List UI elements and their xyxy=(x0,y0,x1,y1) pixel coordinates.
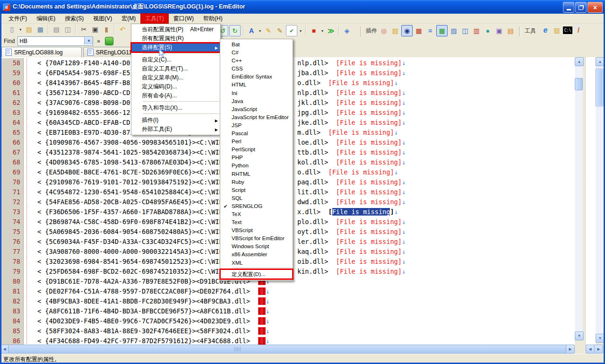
scroll-down-icon[interactable]: ▼ xyxy=(575,331,584,340)
plugin-toolbar-icon[interactable]: ◎ xyxy=(379,26,389,36)
find-input[interactable] xyxy=(18,37,85,45)
configuration-item[interactable]: JavaScript for EmEditor xyxy=(220,113,293,121)
mini-scroll-thumb[interactable] xyxy=(596,69,604,106)
toolbar-icon[interactable]: ✎ xyxy=(263,26,274,36)
tools-menu-item[interactable]: 自定义菜单(M)... xyxy=(131,73,220,82)
toolbar-icon[interactable]: ↻ xyxy=(229,25,241,36)
configuration-item[interactable]: Windows Script xyxy=(220,243,293,251)
configuration-item[interactable]: TeX xyxy=(220,210,293,218)
toolbar-icon[interactable]: ▣ xyxy=(90,24,100,35)
plugin-toolbar-icon[interactable]: ● xyxy=(483,26,493,36)
configuration-item[interactable]: Python xyxy=(220,162,293,170)
menubar-item[interactable]: 编辑(E) xyxy=(32,13,60,24)
highlight-tool-icon[interactable] xyxy=(105,37,113,45)
toolbar-grip[interactable] xyxy=(360,27,363,36)
combo-dropdown-icon[interactable]: ▼ xyxy=(84,37,93,44)
toolbar-icon[interactable]: A xyxy=(246,26,257,36)
editor-line[interactable]: 85< {58FF3024-8A83-4B1A-88E9-302F47646EE… xyxy=(0,326,575,336)
configuration-item[interactable]: SQL xyxy=(220,194,293,202)
toolbar-icon[interactable]: ▾ xyxy=(320,26,325,36)
configuration-item[interactable]: XML xyxy=(220,259,293,267)
toolbar-icon[interactable] xyxy=(75,25,76,34)
vertical-scrollbar[interactable]: ▲ ▼ xyxy=(575,57,583,340)
plugin-toolbar-icon[interactable]: ▣ xyxy=(494,26,504,36)
mini-pane-content[interactable] xyxy=(585,57,596,345)
menubar-item[interactable]: 帮助(H) xyxy=(199,13,227,24)
toolbar-icon[interactable]: ≫ xyxy=(326,26,336,36)
scroll-right-icon[interactable]: ▶ xyxy=(566,345,575,354)
toolbar-icon[interactable]: ✔ xyxy=(286,25,297,36)
tools-menu-item[interactable]: 外部工具(E)▶ xyxy=(131,125,220,134)
configuration-item[interactable]: VBScript for EmEditor xyxy=(220,234,293,243)
configuration-item[interactable]: Text xyxy=(220,218,293,226)
plugin-toolbar-icon[interactable]: ◫ xyxy=(460,26,470,36)
toolbar-overflow-chevron[interactable]: » xyxy=(97,38,100,44)
configuration-item[interactable]: ✔SRENGLOG xyxy=(220,202,293,210)
toolbar-icon[interactable]: ◈ xyxy=(342,26,352,36)
tools-menu-item[interactable]: 所有配置属性(R) xyxy=(131,34,220,43)
configuration-item[interactable]: RHTML xyxy=(220,170,293,178)
minimize-button[interactable] xyxy=(563,2,574,13)
tab-srenglog888[interactable]: SREngLOG888.log xyxy=(1,47,82,57)
toolbar-icon[interactable]: ◫ xyxy=(62,24,73,35)
menubar-item[interactable]: 宏(M) xyxy=(117,13,140,24)
configuration-item[interactable]: Java xyxy=(220,97,293,105)
toolbar-icon[interactable]: ▾ xyxy=(18,24,23,35)
editor-line[interactable]: 82< {4BF9CBA3-8DEE-41A1-8BDB-FC28D30E949… xyxy=(0,296,575,306)
configuration-item[interactable]: Bat xyxy=(220,41,293,49)
vertical-scroll-thumb[interactable] xyxy=(575,78,583,90)
configuration-item[interactable]: Script xyxy=(220,186,293,194)
editor-line[interactable]: 83< {A8FC611B-71F6-4B4D-BD3A-BFBCCDE96F5… xyxy=(0,306,575,316)
toolbar-icon[interactable] xyxy=(305,26,306,35)
find-combobox[interactable]: ▼ xyxy=(17,36,93,46)
toolbar-icon[interactable]: ▾ xyxy=(298,26,303,36)
configuration-item[interactable]: PHP xyxy=(220,154,293,162)
tools-menu-item[interactable]: 当前配置属性(P)Alt+Enter xyxy=(131,25,220,34)
plugin-toolbar-icon[interactable]: ▤ xyxy=(505,26,516,36)
configuration-item[interactable]: C# xyxy=(220,49,293,57)
configuration-item[interactable]: EmEditor Syntax xyxy=(220,73,293,81)
configuration-item[interactable]: Ini xyxy=(220,89,293,97)
toolbar-icon[interactable]: ▮ xyxy=(101,24,112,35)
scroll-right-icon[interactable]: ▶ xyxy=(594,345,603,354)
configuration-item[interactable]: C++ xyxy=(220,57,293,65)
horizontal-scroll-thumb[interactable] xyxy=(8,345,567,354)
configuration-item[interactable]: JSP xyxy=(220,121,293,130)
menubar-item[interactable]: 文件(F) xyxy=(4,13,32,24)
toolbar-icon[interactable]: ✎ xyxy=(275,26,285,36)
toolbar-icon[interactable]: ↶ xyxy=(117,24,128,35)
toolbar-icon[interactable]: ✂ xyxy=(78,24,89,35)
toolbar-icon[interactable]: ▨ xyxy=(24,24,34,35)
configuration-item[interactable]: CSS xyxy=(220,65,293,73)
external-tool-icon[interactable]: / xyxy=(573,25,584,35)
configuration-item[interactable]: PerlScript xyxy=(220,146,293,154)
restore-button[interactable] xyxy=(575,2,587,13)
horizontal-scrollbar[interactable]: ◀ ▶ xyxy=(0,345,575,354)
editor-line[interactable]: 84< {4D023DE9-F4B5-4BE0-99C6-7C7AD0CF542… xyxy=(0,316,575,326)
toolbar-icon[interactable]: ▤ xyxy=(51,24,61,35)
toolbar-icon[interactable]: ▯ xyxy=(7,24,17,35)
toolbar-icon[interactable] xyxy=(48,25,49,34)
plugin-toolbar-icon[interactable]: ▨ xyxy=(390,26,400,36)
configuration-item[interactable]: Perl xyxy=(220,138,293,146)
menubar-item[interactable]: 视图(V) xyxy=(88,13,117,24)
external-tool-icon[interactable]: ▨ xyxy=(552,25,562,35)
tools-menu-item[interactable]: 所有命令(A)... xyxy=(131,91,220,100)
close-button[interactable]: × xyxy=(588,2,603,13)
mini-pane-vertical-scrollbar[interactable]: ▲ ▼ xyxy=(596,57,604,343)
scroll-up-icon[interactable]: ▲ xyxy=(575,57,584,66)
external-tool-icon[interactable]: C:\ xyxy=(563,26,572,34)
plugin-toolbar-icon[interactable]: ▦ xyxy=(436,25,448,36)
plugin-toolbar-icon[interactable]: ▩ xyxy=(414,26,424,36)
configuration-item[interactable]: HTML xyxy=(220,81,293,89)
plugin-toolbar-icon[interactable]: ≡ xyxy=(425,26,435,36)
external-tool-icon[interactable]: e xyxy=(540,25,551,35)
toolbar-icon[interactable] xyxy=(243,26,244,35)
tools-menu-item[interactable]: 选择配置(S)▶ xyxy=(131,43,220,52)
tools-menu-item[interactable]: 自定义(C)... xyxy=(131,55,220,64)
tools-menu-item[interactable]: 导入和导出(X)... xyxy=(131,104,220,113)
mini-pane-horizontal-scrollbar[interactable]: ◀ ▶ xyxy=(585,345,604,354)
editor-line[interactable]: 81< {DE02F764-C51A-4788-9597-D78ECC2AC08… xyxy=(0,286,575,296)
configuration-item[interactable]: JavaScript xyxy=(220,105,293,113)
configuration-item[interactable]: VBScript xyxy=(220,226,293,234)
